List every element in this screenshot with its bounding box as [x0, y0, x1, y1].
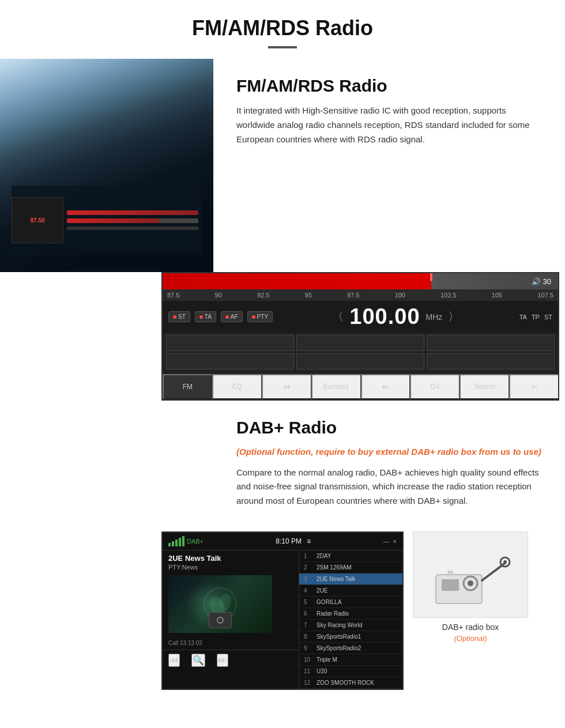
prev-btn[interactable]: ⏮	[262, 374, 311, 399]
dab-box-title: DAB+ radio box	[442, 623, 499, 632]
dab-prev-btn[interactable]: ⏮	[168, 654, 180, 667]
fm-section: 87.50 FM/AM/RDS Radio It integrated with…	[0, 59, 565, 272]
station-7[interactable]: 7 Sky Racing World	[299, 620, 402, 631]
signal-bar-1	[168, 543, 171, 546]
dab-box-optional: (Optional)	[442, 634, 499, 643]
fm-section-desc: It integrated with High-Sensitive radio …	[236, 104, 542, 146]
dab-menu-icon: ≡	[307, 537, 311, 545]
svg-text:Se: Se	[447, 569, 453, 575]
fm-screen-container: 🔊 30 87.5 90 92.5 95 97.5 100 102.5 105 …	[0, 272, 565, 401]
dab-search-btn[interactable]: 🔍	[191, 654, 205, 667]
ta-right-label: TA	[519, 314, 527, 320]
fm-preset-row-2	[166, 353, 555, 369]
infotainment-freq: 87.50	[30, 217, 44, 224]
header-divider	[268, 46, 297, 48]
page-title: FM/AM/RDS Radio	[12, 16, 553, 40]
dab-station-name: 2UE News Talk	[163, 550, 299, 564]
station-12[interactable]: 12 ZOO SMOOTH ROCK	[299, 677, 402, 689]
dab-next-btn[interactable]: ⏭	[217, 654, 228, 667]
signal-bar-3	[175, 540, 178, 546]
dab-signal-bars	[168, 536, 184, 546]
fm-preset-row-1	[166, 335, 555, 351]
scale-92: 92.5	[257, 292, 269, 299]
scale-97: 97.5	[347, 292, 359, 299]
af-button[interactable]: AF	[221, 311, 243, 322]
back-btn-icon: ↩	[532, 383, 537, 391]
scale-90: 90	[215, 292, 222, 299]
dab-body: 2UE News Talk PTY:News	[163, 550, 402, 689]
preset-4[interactable]	[166, 353, 294, 369]
dx-btn[interactable]: DX	[410, 374, 459, 399]
scale-87: 87.5	[167, 292, 179, 299]
st-dot	[173, 315, 176, 319]
radio-icon-sim	[209, 612, 232, 628]
ta-button[interactable]: TA	[195, 311, 216, 322]
dab-screen: DAB+ 8:10 PM ≡ — × 2UE News Talk PTY:New…	[161, 531, 404, 690]
dab-label: DAB+	[187, 538, 204, 545]
preset-6[interactable]	[427, 353, 555, 369]
radio-dial-sim	[217, 617, 224, 624]
preset-3[interactable]	[427, 335, 555, 351]
station-11[interactable]: 11 U20	[299, 666, 402, 677]
fm-section-title: FM/AM/RDS Radio	[236, 76, 542, 96]
prev-btn-icon: ⏮	[283, 383, 290, 391]
ta-dot	[199, 315, 203, 319]
dab-time: 8:10 PM	[276, 537, 302, 545]
fm-scale: 87.5 90 92.5 95 97.5 100 102.5 105 107.5	[163, 289, 558, 301]
fm-unit: MHz	[426, 312, 443, 322]
station-4[interactable]: 4 2UE	[299, 585, 402, 597]
dab-station-list: 1 2DAY 2 2SM 1269AM 3 2UE News Talk 4 2U…	[299, 550, 402, 689]
dashboard-controls-sim	[63, 207, 202, 233]
freq-next-arrow[interactable]: 〉	[448, 309, 459, 325]
preset-2[interactable]	[296, 335, 424, 351]
station-8[interactable]: 8 SkySportsRadio1	[299, 631, 402, 643]
station-9[interactable]: 9 SkySportsRadio2	[299, 643, 402, 654]
preset-1[interactable]	[166, 335, 294, 351]
search-btn-label: Search	[474, 383, 496, 391]
europe1-btn-label: Europe1	[323, 383, 349, 391]
dab-pty: PTY:News	[163, 564, 299, 575]
tp-right-label: TP	[532, 314, 540, 320]
pty-dot	[252, 315, 255, 319]
station-5[interactable]: 5 GORILLA	[299, 597, 402, 608]
fm-slider-bar: 🔊 30	[163, 273, 558, 289]
dx-btn-label: DX	[430, 383, 440, 391]
dab-section: DAB+ Radio (Optional function, require t…	[0, 401, 565, 526]
pty-button[interactable]: PTY	[247, 311, 273, 322]
scale-107: 107.5	[537, 292, 553, 299]
svg-rect-4	[442, 579, 459, 591]
fm-section-right: FM/AM/RDS Radio It integrated with High-…	[213, 59, 565, 164]
search-btn[interactable]: Search	[459, 374, 509, 399]
dab-section-desc: Compare to the normal analog radio, DAB+…	[236, 466, 542, 508]
europe1-btn[interactable]: Europe1	[311, 374, 361, 399]
station-2[interactable]: 2 2SM 1269AM	[299, 562, 402, 574]
dab-close-icon: ×	[393, 538, 397, 545]
st-button[interactable]: ST	[168, 311, 190, 322]
dab-optional-note: (Optional function, require to buy exter…	[236, 446, 542, 459]
preset-5[interactable]	[296, 353, 424, 369]
eq-btn[interactable]: EQ	[212, 374, 262, 399]
fm-screen: 🔊 30 87.5 90 92.5 95 97.5 100 102.5 105 …	[161, 272, 559, 401]
af-label: AF	[231, 314, 238, 320]
fm-bottom-bar: FM EQ ⏮ Europe1 ⏭ DX Search	[163, 374, 558, 399]
bar-sim-2	[67, 218, 198, 223]
station-10[interactable]: 10 Triple M	[299, 654, 402, 666]
station-3[interactable]: 3 2UE News Talk	[299, 574, 402, 585]
volume-icon: 🔊	[532, 277, 541, 286]
freq-prev-arrow[interactable]: 〈	[332, 309, 344, 325]
fm-presets	[163, 333, 558, 374]
station-1[interactable]: 1 2DAY	[299, 550, 402, 562]
fm-btn-label: FM	[183, 383, 193, 391]
back-btn[interactable]: ↩	[509, 374, 558, 399]
fm-btn[interactable]: FM	[163, 374, 212, 399]
scale-95: 95	[305, 292, 312, 299]
scale-100: 100	[395, 292, 405, 299]
scale-105: 105	[492, 292, 502, 299]
st-label: ST	[178, 314, 186, 320]
dab-box-image: Se	[413, 531, 528, 618]
dab-minimize-icon: —	[383, 538, 390, 545]
dab-call: Call 13 13 02	[163, 639, 299, 650]
station-6[interactable]: 6 Radar Radio	[299, 608, 402, 620]
next-btn[interactable]: ⏭	[361, 374, 410, 399]
fm-frequency: 100.00	[349, 304, 420, 329]
